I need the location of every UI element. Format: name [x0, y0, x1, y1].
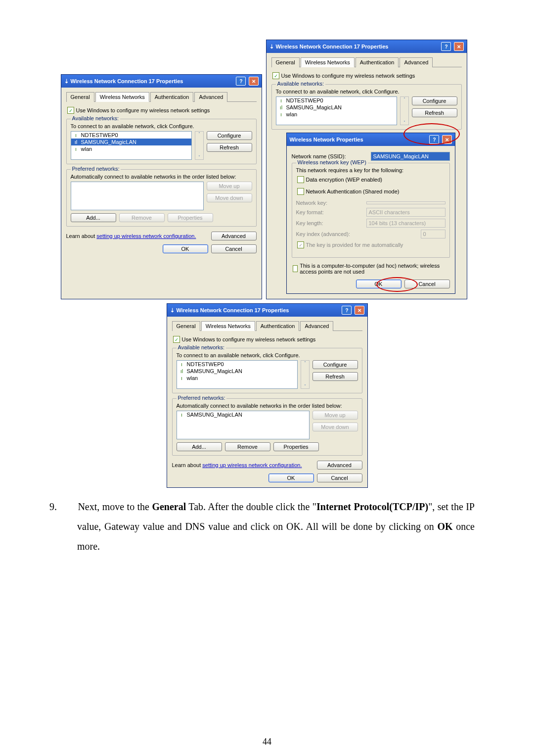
- adhoc-checkbox[interactable]: [293, 265, 298, 272]
- tab-general[interactable]: General: [172, 321, 200, 331]
- step-number: 9.: [63, 497, 75, 517]
- ok-button[interactable]: OK: [356, 280, 401, 288]
- tab-general[interactable]: General: [66, 92, 94, 102]
- list-item: ıwlan: [177, 375, 297, 381]
- preferred-desc: Automatically connect to available netwo…: [71, 174, 252, 180]
- refresh-button[interactable]: Refresh: [412, 108, 457, 117]
- cancel-button[interactable]: Cancel: [317, 473, 362, 482]
- key-length-field: 104 bits (13 characters): [366, 219, 445, 228]
- data-encryption-checkbox[interactable]: [297, 176, 304, 183]
- learn-link[interactable]: setting up wireless network configuratio…: [202, 462, 302, 468]
- help-button[interactable]: ?: [429, 135, 439, 144]
- dialog-title: Wireless Network Connection 17 Propertie…: [177, 307, 289, 313]
- group-title: Preferred networks:: [71, 166, 121, 172]
- signal-icon: ıl: [278, 104, 284, 110]
- key-index-field: 0: [421, 230, 445, 238]
- tab-advanced[interactable]: Advanced: [300, 321, 333, 331]
- configure-button[interactable]: Configure: [412, 96, 457, 105]
- available-networks-group: Available networks: To connect to an ava…: [271, 84, 462, 130]
- add-button[interactable]: Add...: [71, 213, 116, 222]
- tabs: General Wireless Networks Authentication…: [66, 92, 257, 102]
- ssid-label: Network name (SSID):: [292, 153, 346, 159]
- network-key-label: Network key:: [296, 200, 328, 206]
- configure-button[interactable]: Configure: [207, 131, 252, 140]
- signal-icon: ıl: [73, 139, 79, 145]
- signal-icon: ı: [179, 412, 185, 418]
- tabs: General Wireless Networks Authentication…: [271, 57, 462, 67]
- available-networks-list[interactable]: ıNDTESTWEP0 ılSAMSUNG_MagicLAN ıwlan: [177, 360, 298, 389]
- learn-text: Learn about setting up wireless network …: [66, 233, 196, 239]
- tab-wireless-networks[interactable]: Wireless Networks: [95, 92, 149, 102]
- tab-wireless-networks[interactable]: Wireless Networks: [201, 321, 255, 331]
- titlebar-icon: ⇣: [170, 307, 175, 314]
- available-networks-list[interactable]: ıNDTESTWEP0 ılSAMSUNG_MagicLAN ıwlan: [276, 96, 397, 125]
- ok-button[interactable]: OK: [268, 473, 314, 482]
- preferred-networks-list[interactable]: [71, 182, 204, 210]
- available-networks-list[interactable]: ıNDTESTWEP0 ılSAMSUNG_MagicLAN ıwlan: [71, 131, 192, 160]
- movedown-button: Move down: [312, 423, 358, 431]
- remove-button[interactable]: Remove: [225, 442, 270, 451]
- signal-icon: ı: [278, 97, 284, 103]
- add-button[interactable]: Add...: [177, 442, 222, 451]
- dialog-title: Wireless Network Connection 17 Propertie…: [276, 44, 389, 49]
- list-item: ıNDTESTWEP0: [71, 132, 191, 139]
- scrollbar[interactable]: ˄˅: [301, 360, 310, 389]
- list-item: ılSAMSUNG_MagicLAN: [177, 368, 297, 375]
- ok-button[interactable]: OK: [163, 244, 208, 253]
- preferred-networks-group: Preferred networks: Automatically connec…: [172, 398, 362, 456]
- close-button[interactable]: ✕: [454, 42, 464, 51]
- list-item: ıwlan: [276, 111, 397, 118]
- key-length-label: Key length:: [296, 220, 323, 226]
- ssid-field[interactable]: SAMSUNG_MagicLAN: [371, 152, 450, 161]
- tab-advanced[interactable]: Advanced: [400, 57, 433, 67]
- refresh-button[interactable]: Refresh: [207, 143, 252, 152]
- advanced-button[interactable]: Advanced: [317, 461, 362, 470]
- network-auth-checkbox[interactable]: [297, 188, 304, 195]
- properties-button[interactable]: Properties: [273, 442, 319, 451]
- use-windows-checkbox[interactable]: ✓: [173, 336, 180, 343]
- wireless-network-properties-dialog: Wireless Network Properties ? ✕ Network …: [286, 133, 455, 294]
- help-button[interactable]: ?: [236, 77, 246, 86]
- wireless-properties-dialog-right: ⇣ Wireless Network Connection 17 Propert…: [266, 40, 467, 299]
- remove-button: Remove: [119, 213, 165, 222]
- signal-icon: ı: [278, 111, 284, 117]
- tab-authentication[interactable]: Authentication: [150, 92, 194, 102]
- close-button[interactable]: ✕: [249, 77, 259, 86]
- key-format-label: Key format:: [296, 209, 324, 215]
- auto-key-checkbox: ✓: [297, 241, 304, 248]
- close-button[interactable]: ✕: [442, 135, 452, 144]
- list-item: ıNDTESTWEP0: [276, 97, 397, 104]
- tab-authentication[interactable]: Authentication: [356, 57, 399, 67]
- tab-wireless-networks[interactable]: Wireless Networks: [301, 57, 355, 67]
- cancel-button[interactable]: Cancel: [404, 280, 450, 288]
- learn-link[interactable]: setting up wireless network configuratio…: [96, 233, 196, 239]
- preferred-networks-list[interactable]: ıSAMSUNG_MagicLAN: [177, 411, 310, 439]
- signal-icon: ı: [73, 132, 79, 138]
- available-networks-group: Available networks: To connect to an ava…: [172, 348, 362, 393]
- list-item: ılSAMSUNG_MagicLAN: [71, 139, 191, 145]
- scrollbar[interactable]: ˄˅: [400, 96, 409, 125]
- advanced-button[interactable]: Advanced: [211, 232, 257, 240]
- signal-icon: ı: [179, 361, 185, 367]
- tab-advanced[interactable]: Advanced: [194, 92, 227, 102]
- use-windows-checkbox[interactable]: ✓: [67, 107, 74, 114]
- cancel-button[interactable]: Cancel: [211, 244, 257, 253]
- dialog-title: Wireless Network Connection 17 Propertie…: [71, 78, 183, 84]
- list-item: ıSAMSUNG_MagicLAN: [177, 411, 309, 418]
- use-windows-checkbox[interactable]: ✓: [272, 72, 279, 79]
- tab-general[interactable]: General: [271, 57, 300, 67]
- refresh-button[interactable]: Refresh: [312, 372, 358, 381]
- available-desc: To connect to an available network, clic…: [71, 123, 252, 129]
- key-index-label: Key index (advanced):: [296, 231, 350, 237]
- help-button[interactable]: ?: [342, 306, 352, 315]
- dialog-title: Wireless Network Properties: [290, 137, 363, 142]
- scrollbar[interactable]: ˄˅: [195, 131, 204, 160]
- use-windows-label: Use Windows to configure my wireless net…: [281, 73, 415, 79]
- tab-authentication[interactable]: Authentication: [256, 321, 300, 331]
- close-button[interactable]: ✕: [355, 306, 364, 315]
- configure-button[interactable]: Configure: [312, 360, 358, 369]
- help-button[interactable]: ?: [441, 42, 451, 51]
- titlebar-icon: ⇣: [64, 78, 69, 85]
- wireless-properties-dialog-left: ⇣ Wireless Network Connection 17 Propert…: [61, 74, 262, 299]
- moveup-button: Move up: [312, 411, 358, 420]
